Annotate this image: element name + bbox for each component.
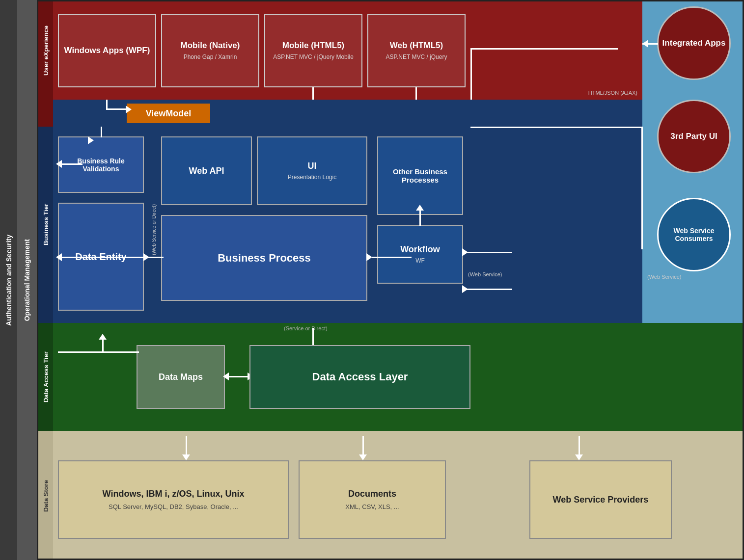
arrowhead-up-from-dal bbox=[99, 334, 107, 340]
arrow-bp-left-h bbox=[58, 257, 164, 258]
viewmodel-label: ViewModel bbox=[146, 108, 192, 119]
windows-apps-title: Windows Apps (WPF) bbox=[64, 46, 150, 55]
ws-consumers-label: Web Service Consumers bbox=[659, 227, 729, 242]
arrowhead-dal-left bbox=[223, 373, 229, 380]
arrow-ux-right-h bbox=[471, 48, 618, 50]
main-diagram: User eXperience Windows Apps (WPF) Mobil… bbox=[37, 0, 744, 560]
ws-providers-label: Web Service Providers bbox=[553, 495, 649, 505]
dal-label: Data Access Layer bbox=[312, 371, 408, 383]
arrowhead-dal-db bbox=[182, 454, 190, 460]
arrowhead-otherbp bbox=[416, 205, 424, 211]
docs-box: Documents XML, CSV, XLS, ... bbox=[299, 460, 446, 539]
db-sub: SQL Server, MySQL, DB2, Sybase, Oracle, … bbox=[109, 503, 238, 510]
integrated-apps-circle: Integrated Apps bbox=[657, 6, 731, 80]
viewmodel-row: ViewModel bbox=[38, 100, 744, 127]
data-access-label: Data Access Tier bbox=[42, 351, 50, 402]
db-title: Windows, IBM i, z/OS, Linux, Unix bbox=[103, 489, 245, 499]
workflow-box: Workflow WF bbox=[377, 225, 463, 284]
ops-label-text: Operational Management bbox=[23, 239, 31, 321]
arrow-dal-docs-v bbox=[362, 436, 364, 455]
arrow-windows-viewmodel-v bbox=[106, 100, 108, 109]
business-tier: Business Tier Business Rule Validations … bbox=[38, 127, 642, 323]
arrowhead-biz-rule bbox=[88, 136, 94, 144]
webapi-label: Web API bbox=[189, 166, 224, 176]
mobile-html5-sub: ASP.NET MVC / jQuery Mobile bbox=[273, 53, 354, 60]
business-tier-label: Business Tier bbox=[42, 204, 50, 245]
arrowhead-viewmodel bbox=[126, 106, 132, 113]
mobile-html5-title: Mobile (HTML5) bbox=[282, 41, 345, 51]
arrowhead-bp-right bbox=[366, 253, 372, 261]
arrowhead-ws-bp bbox=[462, 285, 468, 293]
arrow-ws-consumers-line-v bbox=[641, 127, 643, 249]
arrow-right-bp-h bbox=[372, 257, 412, 258]
arrow-ws-workflow-h bbox=[463, 252, 512, 253]
ops-label: Operational Management bbox=[17, 0, 37, 560]
ui-label: UI bbox=[308, 161, 317, 171]
third-party-label: 3rd Party UI bbox=[670, 132, 717, 141]
ux-tier-label-container: User eXperience bbox=[38, 1, 53, 100]
workflow-sub: WF bbox=[415, 257, 425, 264]
arrow-vm-biz-v bbox=[101, 127, 102, 137]
arrowhead-bp-left bbox=[56, 253, 62, 261]
htmljson-label: HTML/JSON (AJAX) bbox=[588, 90, 637, 96]
webapi-box: Web API bbox=[161, 136, 252, 205]
arrow-dal-wsp-v bbox=[579, 436, 580, 455]
ux-tier: User eXperience Windows Apps (WPF) Mobil… bbox=[38, 1, 744, 100]
data-maps-label: Data Maps bbox=[159, 372, 203, 382]
data-maps-box: Data Maps bbox=[137, 345, 225, 409]
web-html5-box: Web (HTML5) ASP.NET MVC / jQuery bbox=[367, 14, 466, 87]
db-box: Windows, IBM i, z/OS, Linux, Unix SQL Se… bbox=[58, 460, 289, 539]
arrow-dal-up-h bbox=[58, 351, 139, 353]
auth-label-text: Authentication and Security bbox=[5, 235, 13, 326]
arrowhead-ws-workflow bbox=[462, 248, 468, 256]
windows-apps-box: Windows Apps (WPF) bbox=[58, 14, 156, 87]
ws-direct-label: (Web Service or Direct) bbox=[151, 204, 157, 255]
data-access-tier: Data Access Tier (Service or Direct) Dat… bbox=[38, 323, 744, 431]
arrowhead-biz-rule-left bbox=[56, 160, 62, 168]
other-bp-box: Other Business Processes bbox=[377, 136, 463, 215]
business-process-box: Business Process bbox=[161, 215, 367, 301]
ws-direct-label-container: (Web Service or Direct) bbox=[149, 151, 159, 308]
ws-label-right: (Web Service) bbox=[647, 274, 681, 280]
arrowhead-dal-docs bbox=[359, 454, 367, 460]
ui-sub: Presentation Logic bbox=[288, 174, 336, 181]
data-store-tier: Data Store Windows, IBM i, z/OS, Linux, … bbox=[38, 431, 744, 560]
data-store-label: Data Store bbox=[42, 480, 50, 512]
data-access-label-container: Data Access Tier bbox=[38, 323, 53, 431]
business-tier-label-container: Business Tier bbox=[38, 127, 53, 323]
viewmodel-box: ViewModel bbox=[127, 104, 210, 123]
integrated-apps-label: Integrated Apps bbox=[662, 38, 726, 48]
docs-title: Documents bbox=[348, 489, 396, 499]
ws-label-business: (Web Service) bbox=[468, 271, 502, 277]
ux-tier-label: User eXperience bbox=[42, 26, 50, 76]
ws-consumers-circle: Web Service Consumers bbox=[657, 198, 731, 271]
arrow-ws-bp-h bbox=[463, 289, 512, 290]
data-store-label-container: Data Store bbox=[38, 431, 53, 560]
right-panel: Integrated Apps 3rd Party UI Web Service… bbox=[642, 1, 744, 325]
mobile-native-box: Mobile (Native) Phone Gap / Xamrin bbox=[161, 14, 259, 87]
arrowhead-dal-wsp bbox=[575, 454, 583, 460]
third-party-circle: 3rd Party UI bbox=[657, 100, 731, 173]
arrowhead-integrated-left bbox=[642, 40, 648, 48]
ux-tier-label-ext bbox=[38, 100, 53, 127]
ui-box: UI Presentation Logic bbox=[257, 136, 367, 205]
other-bp-label: Other Business Processes bbox=[378, 167, 462, 184]
mobile-native-sub: Phone Gap / Xamrin bbox=[184, 53, 237, 60]
arrow-ws-consumers-line-h bbox=[470, 127, 642, 128]
service-direct-label: (Service or Direct) bbox=[284, 325, 328, 331]
workflow-label: Workflow bbox=[400, 244, 440, 255]
mobile-html5-box: Mobile (HTML5) ASP.NET MVC / jQuery Mobi… bbox=[264, 14, 362, 87]
arrow-dal-db-v bbox=[186, 436, 187, 455]
ws-providers-box: Web Service Providers bbox=[529, 460, 672, 539]
arrow-into-dal-v bbox=[312, 328, 314, 347]
business-process-label: Business Process bbox=[218, 252, 311, 265]
docs-sub: XML, CSV, XLS, ... bbox=[345, 503, 399, 510]
auth-label: Authentication and Security bbox=[0, 0, 17, 560]
web-html5-sub: ASP.NET MVC / jQuery bbox=[386, 53, 447, 60]
arrow-windows-viewmodel-h bbox=[106, 108, 128, 110]
web-html5-title: Web (HTML5) bbox=[390, 41, 443, 51]
mobile-native-title: Mobile (Native) bbox=[181, 41, 240, 51]
arrow-ux-right-v bbox=[470, 48, 472, 102]
dal-box: Data Access Layer bbox=[249, 345, 470, 409]
